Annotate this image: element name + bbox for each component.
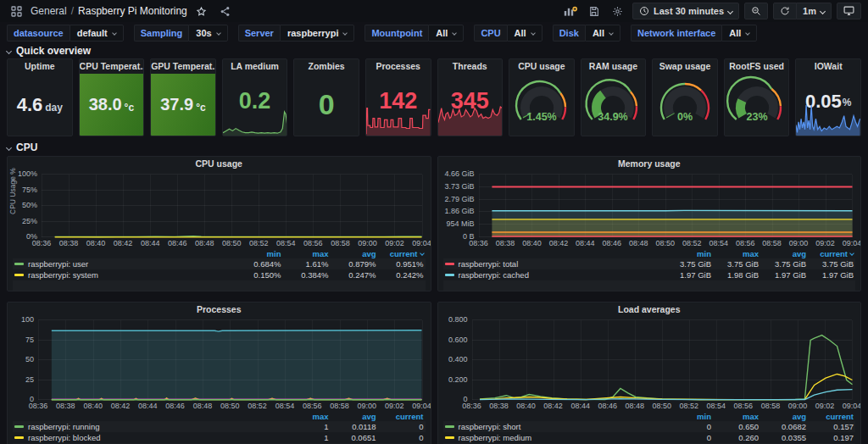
stat-title[interactable]: GPU Temperat... [151,59,215,74]
legend-header-min[interactable]: min [234,249,281,258]
filter-value-dropdown[interactable]: raspberrypi [280,25,355,42]
stat-title[interactable]: Zombies [294,59,359,74]
filter-value-dropdown[interactable]: All [507,25,542,42]
x-tick-label: 09:02 [385,402,404,410]
stat-title[interactable]: CPU Temperat... [80,59,144,74]
stat-title[interactable]: LA medium [223,59,287,74]
filter-value-dropdown[interactable]: 30s [188,25,227,42]
legend-row: raspberrypi: blocked10.06510 [13,432,426,443]
filter-value-dropdown[interactable]: All [585,25,620,42]
legend-series-name[interactable]: raspberrypi: system [14,270,234,280]
legend-header-max[interactable]: max [281,249,329,258]
stat-title[interactable]: RootFS used [725,59,789,74]
share-icon[interactable] [216,3,235,19]
filter-cpu: CPUAll [474,25,542,42]
filter-label: Disk [553,25,585,42]
legend-series-name[interactable]: raspberrypi: short [445,422,665,431]
legend-value: 0 [664,433,711,442]
x-tick-label: 09:02 [385,239,404,247]
legend-swatch [14,425,24,428]
legend-header-current[interactable]: current [806,412,854,421]
legend-header-min[interactable]: min [664,249,711,258]
section-quick-overview[interactable]: Quick overview [7,46,868,56]
legend-header-max[interactable]: max [281,412,329,421]
section-cpu[interactable]: CPU [7,142,868,153]
x-tick-label: 09:02 [815,239,835,247]
collapse-chevron-icon [6,47,12,53]
legend-header-current[interactable]: current [376,412,424,421]
legend-value: 1.97 GiB [664,270,711,280]
gauge-value: 23% [746,111,767,123]
x-tick-label: 08:36 [32,239,52,247]
stat-title[interactable]: RAM usage [581,59,646,74]
settings-gear-icon[interactable] [609,3,627,19]
y-tick-label: 0.800 [448,315,468,324]
legend-value: 0.650 [711,422,759,431]
page-title[interactable]: Raspberry Pi Monitoring [78,5,187,17]
add-panel-icon[interactable] [561,3,580,19]
star-icon[interactable] [192,3,211,19]
zoom-out-button[interactable] [744,3,768,19]
chevron-down-icon [727,8,733,14]
legend-header-current[interactable]: current [806,249,854,258]
gauge: 0% [652,80,718,130]
kiosk-mode-button[interactable] [837,3,861,19]
legend-series-name[interactable]: raspberrypi: cached [445,270,665,280]
legend-series-name[interactable]: raspberrypi: user [14,259,234,269]
panel-title[interactable]: CPU usage [8,157,431,171]
x-axis: 08:3608:3808:4008:4208:4408:4608:4808:50… [472,400,853,411]
stat-body: 23% [725,74,789,136]
x-tick-label: 08:48 [625,402,644,410]
legend-header-avg[interactable]: avg [329,412,376,421]
legend-series-label: raspberrypi: total [459,259,519,269]
legend-header-max[interactable]: max [711,412,759,421]
panel-title[interactable]: Load averages [438,302,861,317]
x-tick-label: 08:42 [111,402,131,410]
legend-series-label: raspberrypi: medium [459,433,532,442]
legend-header-avg[interactable]: avg [759,412,806,421]
filter-value-text: All [515,28,526,38]
time-range-picker[interactable]: Last 30 minutes [632,3,739,19]
filter-value-dropdown[interactable]: default [70,25,124,42]
chevron-down-icon [820,8,826,14]
panel-title[interactable]: Processes [8,302,431,317]
legend-series-name[interactable]: raspberrypi: medium [445,433,665,442]
legend-header-min[interactable]: min [664,412,711,421]
refresh-button[interactable] [773,3,797,19]
gridline [422,320,423,400]
legend-header-current[interactable]: current [376,249,424,258]
refresh-interval-picker[interactable]: 1m [797,3,832,19]
x-tick-label: 08:44 [570,402,590,410]
y-tick-label: 50 [25,355,34,364]
panel-title[interactable]: Memory usage [438,157,861,171]
stat-title[interactable]: Swap usage [653,59,717,74]
legend-header-avg[interactable]: avg [329,249,376,258]
y-tick-label: 25 [25,375,34,384]
save-dashboard-icon[interactable] [585,3,604,19]
breadcrumb: General / Raspberry Pi Monitoring [31,5,187,17]
legend-value: 0.150% [234,270,281,280]
x-tick-label: 08:56 [303,402,322,410]
filter-value-dropdown[interactable]: All [428,25,464,42]
dashboards-grid-icon[interactable] [7,3,25,19]
breadcrumb-section[interactable]: General [31,5,67,17]
sort-chevron-icon [420,251,425,256]
stat-value: 0.2 [239,88,271,114]
stat-title[interactable]: Processes [366,59,431,74]
legend-series-label: raspberrypi: running [28,422,100,431]
x-tick-label: 08:58 [330,402,349,410]
x-tick-label: 08:46 [603,239,622,247]
legend-header-max[interactable]: max [711,249,759,258]
legend-series-name[interactable]: raspberrypi: blocked [14,433,281,442]
legend-header-avg[interactable]: avg [759,249,806,258]
x-tick-label: 08:36 [462,402,481,410]
legend-series-name[interactable]: raspberrypi: running [14,422,281,431]
stat-title[interactable]: Uptime [8,59,72,74]
stats-row: Uptime4.6dayCPU Temperat...38.0°cGPU Tem… [7,58,861,136]
y-tick-label: 50% [22,201,37,209]
stat-title[interactable]: Threads [438,59,503,74]
legend-series-name[interactable]: raspberrypi: total [445,259,665,269]
filter-value-dropdown[interactable]: All [721,25,757,42]
stat-title[interactable]: IOWait [796,59,860,74]
stat-title[interactable]: CPU usage [509,59,574,74]
